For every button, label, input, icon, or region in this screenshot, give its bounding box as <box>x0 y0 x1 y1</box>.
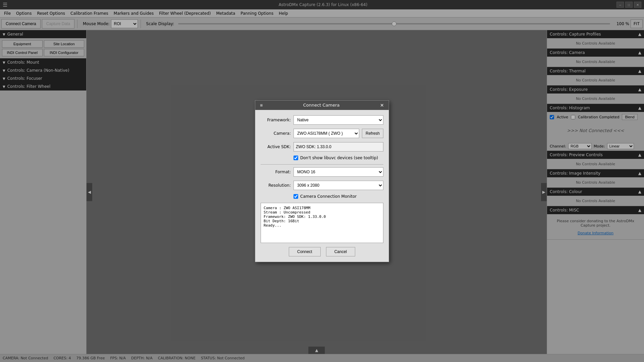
camera-connection-monitor-row: Camera Connection Monitor <box>261 194 383 199</box>
modal-title: Connect Camera <box>303 103 340 108</box>
log-area: Camera : ZWO ASI178MM Stream : Uncompres… <box>261 203 383 243</box>
connect-camera-modal: ≡ Connect Camera ✕ Framework: Native IND… <box>255 100 389 262</box>
libuvc-checkbox[interactable] <box>293 156 298 160</box>
libuvc-label: Don't show libuvc devices (see tooltip) <box>300 156 378 160</box>
log-line-2: Framework: ZWO SDK: 1.33.0.0 <box>264 215 380 219</box>
framework-select[interactable]: Native INDI <box>293 115 383 125</box>
camera-connection-monitor-label: Camera Connection Monitor <box>300 194 357 199</box>
modal-content: Framework: Native INDI Camera: ZWO ASI17… <box>255 110 389 262</box>
modal-divider <box>261 164 383 165</box>
connect-button[interactable]: Connect <box>289 247 321 256</box>
format-label: Format: <box>261 170 291 174</box>
camera-select[interactable]: ZWO ASI178MM ( ZWO ) <box>293 129 359 138</box>
log-line-1: Stream : Uncompressed <box>264 210 380 215</box>
camera-label: Camera: <box>261 131 291 136</box>
log-line-3: Bit Depth: 16Bit <box>264 219 380 223</box>
modal-close-button[interactable]: ✕ <box>379 103 385 108</box>
format-row: Format: MONO 16 MONO 8 <box>261 167 383 177</box>
modal-overlay: ≡ Connect Camera ✕ Framework: Native IND… <box>0 0 644 362</box>
log-line-0: Camera : ZWO ASI178MM <box>264 206 380 210</box>
refresh-button[interactable]: Refresh <box>362 129 383 138</box>
active-sdk-row: Active SDK: <box>261 142 383 152</box>
resolution-label: Resolution: <box>261 183 291 188</box>
cancel-button[interactable]: Cancel <box>326 247 355 256</box>
framework-label: Framework: <box>261 118 291 122</box>
resolution-select[interactable]: 3096 x 2080 644 x 362 <box>293 181 383 190</box>
camera-row: Camera: ZWO ASI178MM ( ZWO ) Refresh <box>261 129 383 138</box>
libuvc-checkbox-row: Don't show libuvc devices (see tooltip) <box>261 156 383 160</box>
active-sdk-label: Active SDK: <box>261 144 291 149</box>
camera-connection-monitor-checkbox[interactable] <box>293 194 298 199</box>
log-line-4: Ready... <box>264 223 380 228</box>
modal-titlebar: ≡ Connect Camera ✕ <box>255 101 389 110</box>
active-sdk-input <box>293 142 383 152</box>
resolution-row: Resolution: 3096 x 2080 644 x 362 <box>261 181 383 190</box>
modal-buttons: Connect Cancel <box>261 247 383 256</box>
modal-menu-button[interactable]: ≡ <box>259 103 264 108</box>
framework-row: Framework: Native INDI <box>261 115 383 125</box>
format-select[interactable]: MONO 16 MONO 8 <box>293 167 383 177</box>
